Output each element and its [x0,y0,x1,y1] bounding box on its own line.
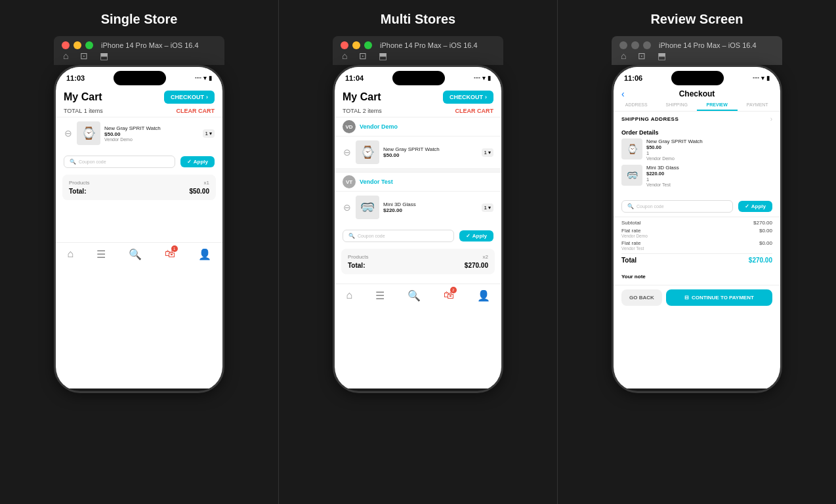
nav-cart-single[interactable]: 🛍 1 [165,248,175,261]
total-left-multi: TOTAL 2 items [343,108,382,114]
column-title-review: Review Screen [571,0,823,36]
check-icon-single: ✓ [187,159,192,165]
status-bar-review: 11:06 ···· ▾ ▮ [614,67,780,85]
toolbar-device-multi: iPhone 14 Pro Max – iOS 16.4 [380,41,478,49]
summary-products-row-multi: Products x2 [348,254,488,260]
column-title-multi: Multi Stores [292,0,544,36]
nav-cart-multi[interactable]: 🛍 2 [444,289,454,302]
cart-title-multi: My Cart [343,91,381,103]
vendor-row-0-multi: VD Vendor Demo [335,117,501,136]
column-title-single: Single Store [13,0,265,36]
apply-btn-review[interactable]: ✓ Apply [738,201,772,212]
qty-selector-0-multi[interactable]: 1 ▾ [482,148,493,157]
qty-selector-0-single[interactable]: 1 ▾ [203,129,215,138]
summary-section-single: Products x1 Total: $50.00 [62,175,216,200]
nav-profile-single[interactable]: 👤 [198,248,211,261]
chevron-right-icon: › [770,116,772,123]
dot-yellow-multi[interactable] [352,41,360,49]
tab-payment[interactable]: PAYMENT [738,100,778,111]
dot-green-single[interactable] [85,41,93,49]
dot-1-review [619,41,627,49]
clear-cart-multi[interactable]: CLEAR CART [455,108,494,114]
minus-icon-1-multi[interactable]: ⊖ [343,202,352,213]
checkout-btn-single[interactable]: CHECKOUT › [164,91,215,104]
coupon-input-single[interactable]: 🔍 Coupon code [64,156,175,168]
minus-icon-0-multi[interactable]: ⊖ [343,147,352,158]
qty-selector-1-multi[interactable]: 1 ▾ [482,203,493,212]
tab-shipping[interactable]: SHIPPING [657,100,698,111]
nav-search-single[interactable]: 🔍 [129,248,142,261]
column-review: Review Screen iPhone 14 Pro Max – iOS 16… [558,0,836,504]
vendor-row-1-multi: VT Vendor Test [335,172,501,191]
coupon-input-multi[interactable]: 🔍 Coupon code [343,230,454,242]
item-details-0-multi: New Gray SPRIT Watch $50.00 [383,146,478,158]
camera-toolbar-icon-single[interactable]: ⊡ [80,51,88,61]
nav-home-multi[interactable]: ⌂ [346,289,352,302]
vendor-name-0-multi: Vendor Demo [360,123,398,130]
pricing-section: Subtotal $270.00 Flat rate Vendor Demo $… [614,217,780,266]
tab-address[interactable]: ADDRESS [616,100,657,111]
dot-red-multi[interactable] [341,41,348,49]
shipping-addr-row[interactable]: SHIPPING ADDRESS › [614,112,780,127]
continue-to-payment-btn[interactable]: ⊟ CONTINUE TO PAYMENT [666,289,772,306]
check-icon-review: ✓ [745,203,749,209]
dot-green-multi[interactable] [364,41,372,49]
status-time-single: 11:03 [66,74,85,82]
bottom-nav-single: ⌂ ☰ 🔍 🛍 1 👤 [56,242,222,268]
checkout-btn-multi[interactable]: CHECKOUT › [443,91,493,104]
battery-icon-multi: ▮ [488,75,491,81]
go-back-btn[interactable]: GO BACK [621,289,662,306]
vendor-name-1-multi: Vendor Test [360,178,393,185]
back-arrow-btn[interactable]: ‹ [621,89,625,99]
signal-icon-single: ···· [195,75,201,81]
dot-2-review [631,41,639,49]
checkout-label-multi: CHECKOUT [449,94,483,100]
review-item-1: 🥽 Mini 3D Glass $220.00 1 Vendor Test [621,165,772,187]
status-time-multi: 11:04 [345,74,364,82]
item-details-1-multi: Mini 3D Glass $220.00 [383,201,478,213]
cart-item-0-single: ⊖ ⌚ New Gray SPRIT Watch $50.00 Vendor D… [56,117,222,149]
review-item-info-1: Mini 3D Glass $220.00 1 Vendor Test [646,165,679,187]
checkout-arrow-multi: › [485,94,487,100]
mac-toolbar-single: iPhone 14 Pro Max – iOS 16.4 ⌂ ⊡ ⬒ [54,36,224,65]
camera-toolbar-icon-multi[interactable]: ⊡ [359,51,367,61]
nav-profile-multi[interactable]: 👤 [477,289,490,302]
home-toolbar-icon-review: ⌂ [621,51,626,61]
status-icons-single: ···· ▾ ▮ [195,75,212,81]
clear-cart-single[interactable]: CLEAR CART [177,108,215,114]
cart-total-row-single: TOTAL 1 items CLEAR CART [56,106,222,117]
your-note-label: Your note [621,274,646,280]
status-time-review: 11:06 [624,74,642,82]
dot-yellow-single[interactable] [73,41,81,49]
column-multi-stores: Multi Stores iPhone 14 Pro Max – iOS 16.… [279,0,558,504]
apply-btn-multi[interactable]: ✓ Apply [459,230,493,242]
check-icon-multi: ✓ [466,233,470,239]
phone-screen-single: 11:03 ···· ▾ ▮ My Cart CHECKOUT [56,67,222,388]
wifi-icon-multi: ▾ [482,75,486,81]
review-item-img-0: ⌚ [621,138,642,159]
nav-search-multi[interactable]: 🔍 [408,289,421,302]
home-toolbar-icon-single[interactable]: ⌂ [63,51,68,61]
coupon-input-review[interactable]: 🔍 Coupon code [621,200,733,213]
share-toolbar-icon-multi[interactable]: ⬒ [379,51,387,61]
camera-toolbar-icon-review: ⊡ [638,51,646,61]
cart-item-1-multi: ⊖ 🥽 Mini 3D Glass $220.00 1 ▾ [335,191,501,223]
cart-badge-single: 1 [171,245,178,252]
nav-menu-single[interactable]: ☰ [96,248,106,261]
total-left-single: TOTAL 1 items [64,108,103,114]
column-single-store: Single Store iPhone 14 Pro Max – iOS 16.… [0,0,279,504]
tab-preview[interactable]: PREVIEW [697,100,738,111]
apply-btn-single[interactable]: ✓ Apply [180,156,215,167]
wifi-icon-review: ▾ [761,75,764,81]
nav-home-single[interactable]: ⌂ [67,248,73,261]
phone-screen-review: 11:06 ···· ▾ ▮ ‹ Checkout [614,67,780,388]
share-toolbar-icon-single[interactable]: ⬒ [100,51,108,61]
status-bar-multi: 11:04 ···· ▾ ▮ [335,67,501,85]
phone-screen-multi: 11:04 ···· ▾ ▮ My Cart CHECKOUT [335,67,501,388]
nav-menu-multi[interactable]: ☰ [375,289,385,302]
dot-red-single[interactable] [62,41,70,49]
checkout-nav-header: ‹ Checkout [614,85,780,100]
status-bar-single: 11:03 ···· ▾ ▮ [56,67,222,85]
minus-icon-0-single[interactable]: ⊖ [64,128,73,138]
home-toolbar-icon-multi[interactable]: ⌂ [342,51,347,61]
